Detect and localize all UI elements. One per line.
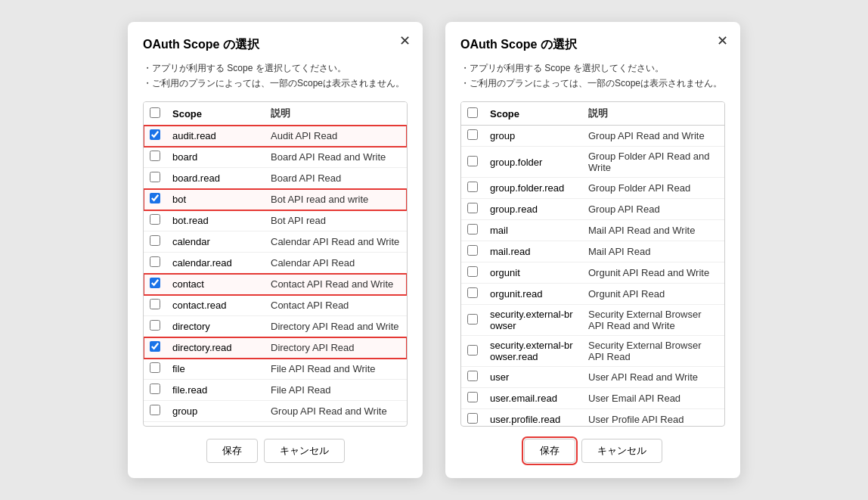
- header-scope-col-1: Scope: [166, 102, 265, 126]
- scope-checkbox[interactable]: [467, 287, 478, 298]
- scope-table-body-1: audit.read Audit API Read board Board AP…: [144, 126, 407, 427]
- row-checkbox-cell: [461, 199, 484, 220]
- scope-name: directory.read: [166, 337, 265, 359]
- row-checkbox-cell: [144, 210, 166, 231]
- row-checkbox-cell: [144, 189, 166, 210]
- scope-desc: Board API Read and Write: [265, 147, 407, 168]
- scope-name: security.external-browser: [484, 305, 582, 336]
- scope-desc: File API Read and Write: [265, 359, 407, 380]
- scope-checkbox[interactable]: [150, 214, 160, 225]
- scope-desc: Group Folder API Read and Write: [265, 422, 407, 427]
- scope-checkbox[interactable]: [467, 156, 478, 166]
- row-checkbox-cell: [461, 305, 484, 336]
- table-header-row: Scope 説明: [144, 102, 407, 126]
- scope-name: audit.read: [166, 126, 265, 147]
- table-row: user.profile.read User Profile API Read: [461, 409, 724, 427]
- modal-2-save-button[interactable]: 保存: [524, 439, 575, 463]
- header-checkbox-cell-2: [461, 102, 484, 126]
- table-row: bot.read Bot API read: [144, 210, 407, 231]
- scope-checkbox[interactable]: [467, 413, 478, 424]
- scope-desc: Directory API Read: [265, 337, 407, 359]
- scope-checkbox[interactable]: [467, 129, 478, 140]
- scope-desc: Group API Read: [582, 199, 724, 220]
- scope-checkbox[interactable]: [150, 341, 160, 352]
- modal-1-close-button[interactable]: ✕: [399, 34, 411, 48]
- scope-checkbox[interactable]: [150, 151, 160, 161]
- scope-checkbox[interactable]: [150, 278, 160, 288]
- table-row: group.folder.read Group Folder API Read: [461, 178, 724, 199]
- table-row: group.folder Group Folder API Read and W…: [144, 422, 407, 427]
- header-scope-col-2: Scope: [484, 102, 582, 126]
- table-row: audit.read Audit API Read: [144, 126, 407, 147]
- scope-desc: Mail API Read and Write: [582, 220, 724, 241]
- table-row: security.external-browser Security Exter…: [461, 305, 724, 336]
- scope-checkbox[interactable]: [150, 405, 160, 415]
- scope-checkbox[interactable]: [467, 245, 478, 256]
- modal-2-scope-table: Scope 説明 group Group API Read and Write …: [461, 102, 724, 427]
- row-checkbox-cell: [144, 253, 166, 274]
- modal-2-cancel-button[interactable]: キャンセル: [581, 439, 662, 463]
- row-checkbox-cell: [461, 388, 484, 409]
- modal-1-footer: 保存 キャンセル: [143, 439, 408, 463]
- scope-checkbox[interactable]: [150, 235, 160, 246]
- modal-1-cancel-button[interactable]: キャンセル: [264, 439, 345, 463]
- scope-desc: File API Read: [265, 380, 407, 401]
- scope-name: orgunit.read: [484, 284, 582, 305]
- scope-name: file: [166, 359, 265, 380]
- scope-checkbox[interactable]: [467, 224, 478, 234]
- scope-checkbox[interactable]: [467, 203, 478, 213]
- scope-desc: Security External Browser API Read: [582, 336, 724, 367]
- select-all-checkbox-2[interactable]: [467, 107, 478, 118]
- scope-desc: Group API Read and Write: [582, 126, 724, 147]
- row-checkbox-cell: [461, 336, 484, 367]
- scope-checkbox[interactable]: [150, 193, 160, 203]
- table-row: mail.read Mail API Read: [461, 241, 724, 262]
- table-row: board Board API Read and Write: [144, 147, 407, 168]
- scope-checkbox[interactable]: [467, 371, 478, 381]
- modal-1-save-button[interactable]: 保存: [206, 439, 258, 463]
- scope-checkbox[interactable]: [150, 129, 160, 140]
- scope-desc: User Profile API Read: [582, 409, 724, 427]
- scope-name: directory: [166, 316, 265, 337]
- scope-checkbox[interactable]: [150, 172, 160, 182]
- scope-checkbox[interactable]: [467, 345, 478, 356]
- scope-name: contact.read: [166, 295, 265, 316]
- table-row: user User API Read and Write: [461, 367, 724, 388]
- scope-table-body-2: group Group API Read and Write group.fol…: [461, 126, 724, 427]
- scope-checkbox[interactable]: [467, 314, 478, 325]
- scope-checkbox[interactable]: [150, 256, 160, 267]
- modal-2-scope-table-wrapper: Scope 説明 group Group API Read and Write …: [460, 101, 725, 427]
- select-all-checkbox-1[interactable]: [150, 107, 160, 118]
- table-row: orgunit Orgunit API Read and Write: [461, 262, 724, 284]
- table-row: contact.read Contact API Read: [144, 295, 407, 316]
- table-header-row-2: Scope 説明: [461, 102, 724, 126]
- table-row: group.folder Group Folder API Read and W…: [461, 147, 724, 178]
- scope-name: orgunit: [484, 262, 582, 284]
- modal-2-footer: 保存 キャンセル: [460, 439, 725, 463]
- scope-checkbox[interactable]: [467, 392, 478, 402]
- header-desc-col-1: 説明: [265, 102, 407, 126]
- table-row: calendar Calendar API Read and Write: [144, 231, 407, 253]
- modal-2-close-button[interactable]: ✕: [717, 34, 728, 48]
- table-row: orgunit.read Orgunit API Read: [461, 284, 724, 305]
- scope-checkbox[interactable]: [150, 320, 160, 331]
- scope-desc: Board API Read: [265, 168, 407, 189]
- scope-checkbox[interactable]: [467, 182, 478, 192]
- row-checkbox-cell: [144, 168, 166, 189]
- scope-desc: Security External Browser API Read and W…: [582, 305, 724, 336]
- scope-desc: Group API Read and Write: [265, 401, 407, 422]
- modal-1-description: ・アプリが利用する Scope を選択してください。 ・ご利用のプランによっては…: [143, 61, 408, 92]
- scope-checkbox[interactable]: [467, 266, 478, 277]
- row-checkbox-cell: [144, 231, 166, 253]
- scope-checkbox[interactable]: [150, 362, 160, 373]
- table-row: group.read Group API Read: [461, 199, 724, 220]
- scope-name: mail: [484, 220, 582, 241]
- table-row: contact Contact API Read and Write: [144, 274, 407, 295]
- scope-name: group: [484, 126, 582, 147]
- scope-checkbox[interactable]: [150, 299, 160, 309]
- scope-desc: Orgunit API Read: [582, 284, 724, 305]
- scope-checkbox[interactable]: [150, 384, 160, 394]
- scope-name: group.read: [484, 199, 582, 220]
- scope-name: file.read: [166, 380, 265, 401]
- row-checkbox-cell: [144, 337, 166, 359]
